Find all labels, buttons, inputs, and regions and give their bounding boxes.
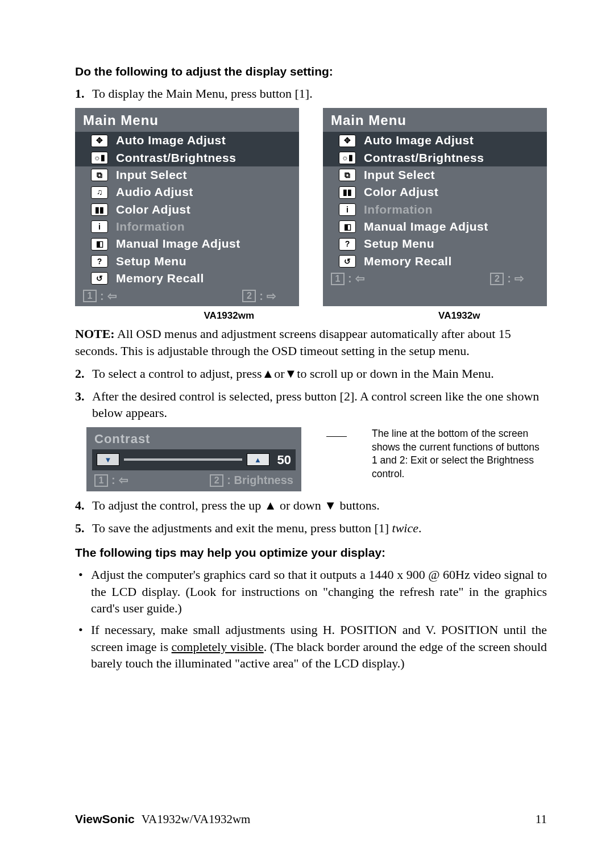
down-triangle-icon: ▼ <box>285 366 297 381</box>
osd-menu-item[interactable]: ☼▮Contrast/Brightness <box>323 149 547 166</box>
tips-list: • Adjust the computer's graphics card so… <box>75 566 547 672</box>
osd-item-label: Audio Adjust <box>116 184 193 200</box>
up-button[interactable]: ▲ <box>247 453 269 466</box>
osd-menu-item[interactable]: ▮▮Color Adjust <box>323 183 547 201</box>
osd-menu-item[interactable]: ⧉Input Select <box>323 166 547 183</box>
osd-item-label: Setup Menu <box>364 236 434 252</box>
step-4-post: buttons. <box>337 498 380 512</box>
exit-icon: ⇦ <box>355 271 365 286</box>
slider-track[interactable] <box>124 458 242 461</box>
contrast-footer-2-label: : Brightness <box>227 473 293 488</box>
osd-menu-item[interactable]: iInformation <box>323 201 547 218</box>
step-2-text: To select a control to adjust, press▲or▼… <box>92 365 547 382</box>
osd-menu-item[interactable]: ?Setup Menu <box>323 235 547 252</box>
page-footer: ViewSonicVA1932w/VA1932wm 11 <box>75 811 547 827</box>
osd-menu-item[interactable]: ↺Memory Recall <box>75 270 299 287</box>
osd-item-label: Manual Image Adjust <box>116 236 240 252</box>
enter-icon: ⇨ <box>267 289 276 304</box>
step-4-pre: To adjust the control, press the up <box>92 498 264 512</box>
osd-item-icon: ▮▮ <box>339 186 356 199</box>
step-4-text: To adjust the control, press the up ▲ or… <box>92 497 547 514</box>
footer-left: ViewSonicVA1932w/VA1932wm <box>75 811 250 827</box>
step-1-num: 1. <box>75 85 92 102</box>
step-2-num: 2. <box>75 365 92 382</box>
osd-item-label: Color Adjust <box>116 202 190 218</box>
osd-item-icon: ♫ <box>91 186 108 199</box>
osd-menu-item[interactable]: ⧉Input Select <box>75 166 299 183</box>
osd-item-icon: ☼▮ <box>339 152 356 164</box>
bullet-icon: • <box>78 621 91 672</box>
note-paragraph: NOTE: All OSD menus and adjustment scree… <box>75 326 547 359</box>
osd-item-icon: ◧ <box>339 220 356 233</box>
down-triangle-icon: ▼ <box>324 498 337 512</box>
contrast-footer-1-num: 1 <box>94 474 108 487</box>
step-5-pre: To save the adjustments and exit the men… <box>92 521 392 535</box>
footer-num-1-left: 1 <box>83 290 97 302</box>
contrast-title: Contrast <box>86 427 301 449</box>
osd-item-label: Input Select <box>116 167 187 183</box>
osd-title-right: Main Menu <box>323 108 547 132</box>
heading-adjust: Do the following to adjust the display s… <box>75 64 547 80</box>
callout-line <box>326 436 347 437</box>
step-1: 1. To display the Main Menu, press butto… <box>75 85 547 102</box>
step-5: 5. To save the adjustments and exit the … <box>75 520 547 537</box>
contrast-row: Contrast ▼ ▲ 50 1 : ⇦ 2 : Brightness Th <box>75 427 547 491</box>
heading-tips: The following tips may help you optimize… <box>75 545 547 561</box>
tip-2-text: If necessary, make small adjustments usi… <box>91 621 547 672</box>
osd-menu-item[interactable]: ◧Manual Image Adjust <box>75 235 299 252</box>
osd-item-label: Information <box>116 219 185 235</box>
footer-brand: ViewSonic <box>75 812 135 825</box>
osd-right-footer-1: 1 : ⇦ <box>331 271 365 286</box>
footer-num-2-right: 2 <box>490 273 504 285</box>
osd-item-icon: ? <box>91 255 108 268</box>
osd-item-icon: ↺ <box>339 255 356 268</box>
osd-menu-item[interactable]: ▮▮Color Adjust <box>75 201 299 218</box>
step-5-twice: twice <box>392 521 418 535</box>
colon: : <box>507 271 511 286</box>
footer-num-2-left: 2 <box>242 290 256 302</box>
contrast-footer-1: 1 : ⇦ <box>94 473 128 488</box>
osd-panel-left: Main Menu ✥Auto Image Adjust☼▮Contrast/B… <box>75 108 299 306</box>
contrast-panel: Contrast ▼ ▲ 50 1 : ⇦ 2 : Brightness <box>86 427 301 491</box>
colon: : <box>111 473 115 488</box>
step-4-mid: or down <box>277 498 325 512</box>
contrast-footer-2-num: 2 <box>210 474 223 487</box>
osd-right-list: ✥Auto Image Adjust☼▮Contrast/Brightness⧉… <box>323 132 547 270</box>
osd-right-footer: 1 : ⇦ 2 : ⇨ <box>323 270 547 289</box>
step-5-post: . <box>418 521 422 535</box>
contrast-value: 50 <box>274 452 291 469</box>
osd-item-label: Auto Image Adjust <box>364 132 474 148</box>
osd-menu-item[interactable]: iInformation <box>75 218 299 235</box>
colon: : <box>100 289 104 304</box>
osd-menu-item[interactable]: ✥Auto Image Adjust <box>75 132 299 149</box>
note-label: NOTE: <box>75 327 115 341</box>
enter-icon: ⇨ <box>515 271 524 286</box>
tip-2-underline: completely visible <box>172 640 264 654</box>
osd-menu-item[interactable]: ☼▮Contrast/Brightness <box>75 149 299 166</box>
bullet-icon: • <box>78 566 91 617</box>
osd-menu-item[interactable]: ?Setup Menu <box>75 253 299 270</box>
model-labels: VA1932wm VA1932w <box>75 310 547 323</box>
osd-menu-item[interactable]: ◧Manual Image Adjust <box>323 218 547 235</box>
osd-item-icon: ▮▮ <box>91 203 108 216</box>
model-label-right: VA1932w <box>321 310 547 323</box>
osd-menu-item[interactable]: ♫Audio Adjust <box>75 183 299 201</box>
step-2-mid: or <box>274 366 284 381</box>
exit-icon: ⇦ <box>107 289 117 304</box>
up-triangle-icon: ▲ <box>262 366 274 381</box>
osd-item-label: Memory Recall <box>116 270 204 286</box>
step-5-text: To save the adjustments and exit the men… <box>92 520 547 537</box>
exit-icon: ⇦ <box>119 473 128 488</box>
contrast-footer: 1 : ⇦ 2 : Brightness <box>86 473 301 491</box>
step-4-num: 4. <box>75 497 92 514</box>
tip-2: • If necessary, make small adjustments u… <box>78 621 547 672</box>
osd-right-footer-2: 2 : ⇨ <box>490 271 524 286</box>
osd-panel-right: Main Menu ✥Auto Image Adjust☼▮Contrast/B… <box>323 108 547 306</box>
down-button[interactable]: ▼ <box>97 453 119 466</box>
step-2-post: to scroll up or down in the Main Menu. <box>297 366 493 381</box>
osd-menu-item[interactable]: ✥Auto Image Adjust <box>323 132 547 149</box>
model-label-left: VA1932wm <box>75 310 321 323</box>
osd-menu-item[interactable]: ↺Memory Recall <box>323 253 547 270</box>
footer-page-number: 11 <box>536 811 547 827</box>
osd-item-icon: ✥ <box>339 135 356 147</box>
